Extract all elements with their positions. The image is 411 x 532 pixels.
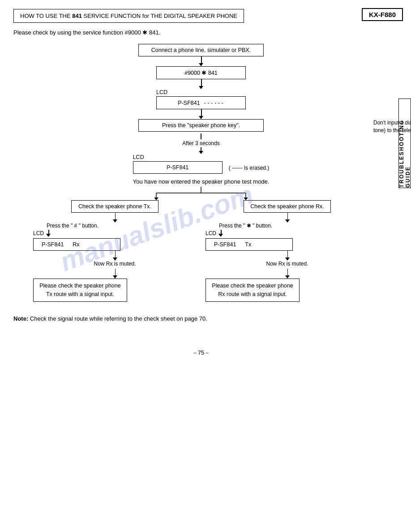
left-muted-text: Now Rx is muted. — [33, 261, 197, 267]
step5-row: LCD P-SF841 ( ------ is erased.) — [33, 154, 369, 174]
step1-box: Connect a phone line, simulater or PBX. — [138, 44, 264, 56]
left-lcd-label: LCD — [33, 230, 44, 236]
entered-text: You have now entered the speaker phone t… — [33, 178, 369, 185]
left-lcd-box-left: P-SF841 — [42, 241, 64, 248]
after-label: After 3 seconds — [182, 140, 219, 146]
left-check-box: Check the speaker phone Tx. — [71, 200, 158, 213]
title-bold: 841 — [72, 13, 82, 19]
left-lcd-box-right: Rx — [73, 241, 79, 248]
col-left: Check the speaker phone Tx. Press the " … — [33, 200, 201, 302]
note-container: Note: Check the signal route while refer… — [13, 315, 389, 322]
split-line — [33, 187, 369, 200]
left-arrow3 — [33, 269, 197, 279]
step4-center: Press the "speaker phone key". — [33, 119, 369, 132]
step2-box: #9000 ✱ 841 — [156, 66, 246, 79]
note-text: Check the signal route while referring t… — [28, 315, 207, 322]
right-check-center: Check the speaker phone Rx. — [206, 200, 369, 213]
left-lcd-row: LCD — [33, 230, 197, 237]
step1-center: Connect a phone line, simulater or PBX. — [33, 44, 369, 56]
arrow1 — [33, 56, 369, 66]
step3-box: P-SF841 ------ — [156, 96, 246, 109]
right-lcd-label: LCD — [206, 230, 216, 236]
right-lcd-box-left: P-SF841 — [214, 241, 236, 248]
left-final-box: Please check the speaker phone Tx route … — [33, 279, 127, 302]
arrow2 — [33, 79, 369, 89]
right-lcd-row: LCD — [206, 230, 369, 237]
right-arrow1 — [206, 213, 369, 223]
erased-note: ( ------ is erased.) — [229, 165, 270, 171]
col-right: Check the speaker phone Rx. Press the " … — [201, 200, 369, 302]
after-label-row: After 3 seconds — [33, 132, 369, 154]
left-lcd-box: P-SF841 Rx — [33, 238, 120, 251]
step5-box: P-SF841 — [133, 161, 223, 174]
left-press-label: Press the " # " button. — [47, 223, 197, 229]
note-bold: Note: — [13, 315, 28, 322]
split-svg — [111, 187, 291, 200]
title-prefix: HOW TO USE THE — [20, 13, 72, 19]
intro-text: Please check by using the service functi… — [13, 29, 389, 36]
lcd2-label: LCD — [133, 154, 223, 160]
step4-row: Press the "speaker phone key". Don't inp… — [33, 119, 369, 132]
two-col: Check the speaker phone Tx. Press the " … — [33, 200, 369, 302]
right-arrow2 — [206, 251, 369, 261]
step2-center: #9000 ✱ 841 — [33, 66, 369, 79]
page-number: －75－ — [13, 349, 389, 357]
left-arrow1 — [33, 213, 197, 223]
step4-box: Press the "speaker phone key". — [138, 119, 264, 132]
lcd1-label: LCD — [156, 89, 246, 95]
flowchart: Connect a phone line, simulater or PBX. … — [33, 44, 369, 302]
right-press-label: Press the " ✱ " button. — [219, 223, 369, 229]
right-final-box: Please check the speaker phone Rx route … — [206, 279, 300, 302]
right-muted-text: Now Rx is muted. — [206, 261, 369, 267]
title-box: HOW TO USE THE 841 SERVICE FUNCTION for … — [13, 9, 244, 23]
right-arrow3 — [206, 269, 369, 279]
left-check-center: Check the speaker phone Tx. — [33, 200, 197, 213]
left-arrow2 — [33, 251, 197, 261]
arrow3 — [33, 109, 369, 119]
side-note: Don't input a dial tone (call progress t… — [373, 119, 411, 134]
right-check-box: Check the speaker phone Rx. — [244, 200, 331, 213]
title-suffix: SERVICE FUNCTION for THE DIGITAL SPEAKER… — [82, 13, 237, 19]
step3-dashes: ------ — [203, 99, 224, 106]
right-lcd-box-right: Tx — [245, 241, 251, 248]
right-lcd-box: P-SF841 Tx — [206, 238, 293, 251]
step3-row: LCD P-SF841 ------ — [33, 89, 369, 109]
